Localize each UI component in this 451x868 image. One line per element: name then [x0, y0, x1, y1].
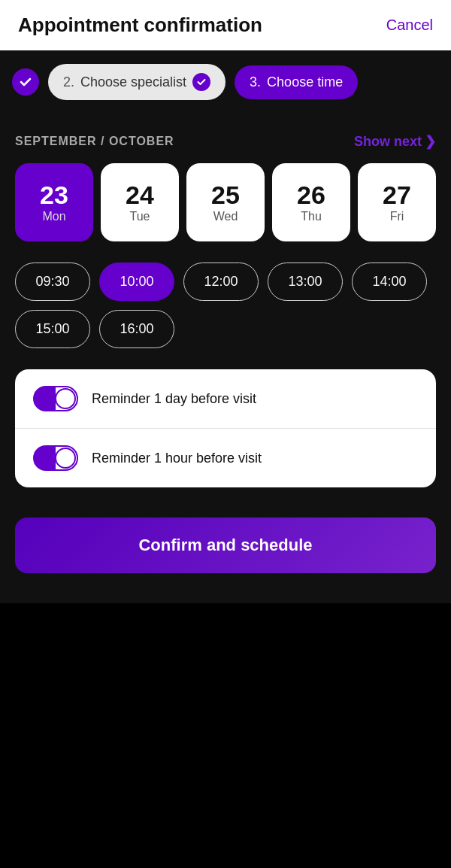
show-next-button[interactable]: Show next ❯	[354, 133, 436, 150]
time-slot[interactable]: 13:00	[268, 263, 343, 301]
time-slot[interactable]: 10:00	[99, 263, 174, 301]
day-name: Mon	[42, 210, 65, 223]
day-number: 24	[126, 181, 154, 209]
day-number: 23	[40, 181, 68, 209]
step2-label: Choose specialist	[80, 74, 186, 90]
day-number: 25	[211, 181, 240, 209]
reminder-hour-label: Reminder 1 hour before visit	[92, 451, 262, 466]
main-content: SEPTEMBER / OCTOBER Show next ❯ 23 Mon 2…	[0, 114, 451, 603]
time-slot[interactable]: 14:00	[352, 263, 427, 301]
reminder-hour-toggle[interactable]	[33, 445, 78, 471]
time-slot[interactable]: 09:30	[15, 263, 90, 301]
reminders-card: Reminder 1 day before visit Reminder 1 h…	[15, 369, 436, 487]
day-number: 27	[383, 181, 411, 209]
time-slot[interactable]: 12:00	[183, 263, 259, 301]
day-name: Thu	[301, 210, 322, 223]
reminder-day-row: Reminder 1 day before visit	[15, 369, 436, 428]
day-card[interactable]: 23 Mon	[15, 163, 93, 241]
confirm-schedule-button[interactable]: Confirm and schedule	[15, 517, 436, 573]
day-name: Fri	[390, 210, 404, 223]
day-card[interactable]: 25 Wed	[186, 163, 265, 241]
step3-pill: 3. Choose time	[235, 65, 358, 99]
month-label: SEPTEMBER / OCTOBER	[15, 135, 174, 148]
reminder-day-toggle[interactable]	[33, 386, 78, 411]
step3-number: 3.	[250, 74, 261, 90]
header: Appointment confirmation Cancel	[0, 0, 451, 50]
time-slot[interactable]: 16:00	[99, 310, 174, 348]
step2-pill: 2. Choose specialist	[48, 64, 226, 100]
day-card[interactable]: 24 Tue	[101, 163, 179, 241]
day-name: Wed	[213, 210, 238, 223]
day-name: Tue	[130, 210, 150, 223]
step1-indicator	[12, 68, 39, 96]
cancel-button[interactable]: Cancel	[386, 17, 433, 34]
day-card[interactable]: 26 Thu	[272, 163, 350, 241]
month-row: SEPTEMBER / OCTOBER Show next ❯	[15, 133, 436, 150]
day-card[interactable]: 27 Fri	[358, 163, 436, 241]
time-slots: 09:3010:0012:0013:0014:0015:0016:00	[15, 263, 436, 348]
step2-number: 2.	[63, 74, 74, 90]
page-title: Appointment confirmation	[18, 14, 262, 37]
days-row: 23 Mon 24 Tue 25 Wed 26 Thu 27 Fri	[15, 163, 436, 241]
chevron-right-icon: ❯	[425, 133, 436, 150]
reminder-hour-row: Reminder 1 hour before visit	[15, 428, 436, 487]
step2-check	[192, 73, 210, 91]
toggle-knob	[55, 448, 76, 469]
steps-bar: 2. Choose specialist 3. Choose time	[0, 50, 451, 114]
show-next-label: Show next	[354, 134, 422, 150]
reminder-day-label: Reminder 1 day before visit	[92, 391, 256, 407]
toggle-knob	[55, 388, 76, 409]
step3-label: Choose time	[267, 74, 343, 90]
day-number: 26	[297, 181, 325, 209]
time-slot[interactable]: 15:00	[15, 310, 90, 348]
